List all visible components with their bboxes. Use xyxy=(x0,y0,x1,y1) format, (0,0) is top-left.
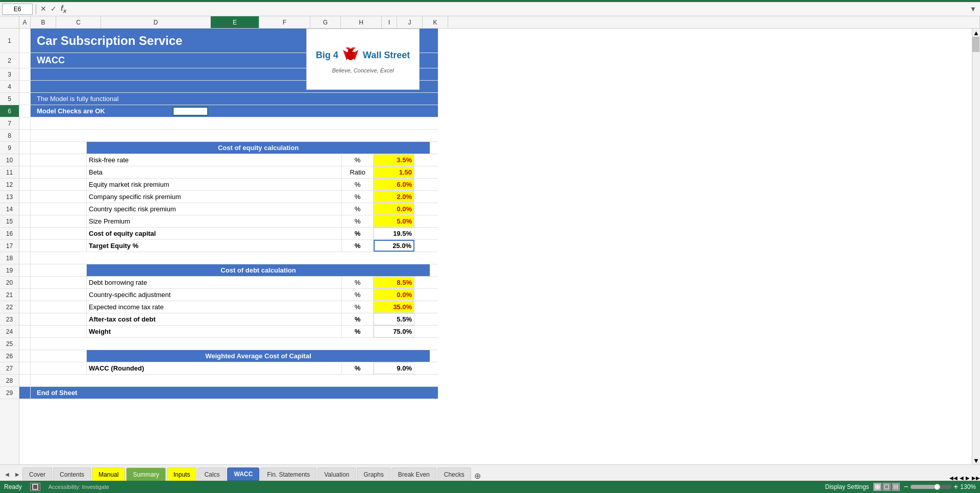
cell-a1 xyxy=(19,29,31,53)
tab-scroll-far-right[interactable]: ▶▶ xyxy=(972,475,980,481)
row-header-28[interactable]: 28 xyxy=(0,375,19,387)
cell-e6-selected[interactable] xyxy=(166,105,214,117)
scroll-thumb[interactable] xyxy=(972,37,979,52)
cell-value-row20[interactable]: 8.5% xyxy=(374,277,414,288)
row-header-5[interactable]: 5 xyxy=(0,93,19,105)
col-header-k[interactable]: K xyxy=(423,16,448,28)
tab-fin-statements[interactable]: Fin. Statements xyxy=(260,467,316,481)
col-header-j[interactable]: J xyxy=(397,16,423,28)
row-header-11[interactable]: 11 xyxy=(0,166,19,179)
scroll-track[interactable] xyxy=(972,37,980,456)
col-header-i[interactable]: I xyxy=(382,16,397,28)
cell-value-row13[interactable]: 2.0% xyxy=(374,191,414,203)
cell-a29-blue xyxy=(19,387,31,399)
col-header-c[interactable]: C xyxy=(56,16,101,28)
cell-value-row10[interactable]: 3.5% xyxy=(374,154,414,166)
tab-wacc[interactable]: WACC xyxy=(227,467,259,481)
col-header-g[interactable]: G xyxy=(310,16,341,28)
row-header-9[interactable]: 9 xyxy=(0,142,19,154)
page-layout-btn[interactable] xyxy=(883,483,891,491)
row-header-16[interactable]: 16 xyxy=(0,228,19,240)
tab-scroll-next[interactable]: ▶ xyxy=(966,475,970,481)
page-break-btn[interactable] xyxy=(892,483,900,491)
tab-summary[interactable]: Summary xyxy=(126,467,165,481)
zoom-thumb[interactable] xyxy=(934,484,940,490)
row-header-2[interactable]: 2 xyxy=(0,53,19,68)
tab-manual[interactable]: Manual xyxy=(92,467,125,481)
row-header-18[interactable]: 18 xyxy=(0,252,19,264)
row-header-3[interactable]: 3 xyxy=(0,68,19,81)
cell-extra-row14 xyxy=(414,203,438,215)
row-header-22[interactable]: 22 xyxy=(0,301,19,313)
tab-calcs[interactable]: Calcs xyxy=(198,467,226,481)
row-header-26[interactable]: 26 xyxy=(0,350,19,362)
row-header-6[interactable]: 6 xyxy=(0,105,19,117)
add-sheet-button[interactable]: ⊕ xyxy=(474,471,481,481)
tab-contents[interactable]: Contents xyxy=(53,467,91,481)
row-header-27[interactable]: 27 xyxy=(0,362,19,375)
row-header-17[interactable]: 17 xyxy=(0,240,19,252)
tab-graphs[interactable]: Graphs xyxy=(357,467,390,481)
row-header-23[interactable]: 23 xyxy=(0,313,19,326)
row-header-21[interactable]: 21 xyxy=(0,289,19,301)
page-view-icon[interactable] xyxy=(30,483,40,491)
cell-b3-blue xyxy=(31,68,306,80)
cell-a22 xyxy=(19,301,31,313)
tab-break-even[interactable]: Break Even xyxy=(391,467,436,481)
cell-value-row11[interactable]: 1.50 xyxy=(374,166,414,178)
col-header-d[interactable]: D xyxy=(101,16,211,28)
zoom-in-btn[interactable]: + xyxy=(953,482,958,491)
zoom-slider[interactable] xyxy=(911,485,951,489)
vertical-scrollbar[interactable]: ▲ ▼ xyxy=(972,29,980,464)
cell-value-row12[interactable]: 6.0% xyxy=(374,179,414,190)
zoom-out-btn[interactable]: − xyxy=(904,482,909,491)
row-header-4[interactable]: 4 xyxy=(0,81,19,93)
cell-value-row22[interactable]: 35.0% xyxy=(374,301,414,313)
col-header-b[interactable]: B xyxy=(31,16,56,28)
col-header-h[interactable]: H xyxy=(341,16,382,28)
row-header-8[interactable]: 8 xyxy=(0,130,19,142)
row-header-13[interactable]: 13 xyxy=(0,191,19,203)
normal-view-btn[interactable] xyxy=(873,483,881,491)
tab-scroll-left[interactable]: ◀ xyxy=(2,467,12,481)
row-header-29[interactable]: 29 xyxy=(0,387,19,399)
scroll-up-btn[interactable]: ▲ xyxy=(972,29,980,37)
formula-bar-collapse[interactable]: ▼ xyxy=(970,5,978,13)
tab-scroll-right[interactable]: ▶ xyxy=(12,467,22,481)
row-header-24[interactable]: 24 xyxy=(0,326,19,338)
col-header-f[interactable]: F xyxy=(259,16,310,28)
target-equity-label: Target Equity % xyxy=(89,242,138,250)
row-header-7[interactable]: 7 xyxy=(0,117,19,130)
cancel-icon[interactable]: ✕ xyxy=(39,5,47,13)
display-settings-text[interactable]: Display Settings xyxy=(825,483,869,490)
row-header-20[interactable]: 20 xyxy=(0,277,19,289)
cell-reference-box[interactable]: E6 xyxy=(2,4,33,15)
cell-value-row15[interactable]: 5.0% xyxy=(374,215,414,227)
cell-end-of-sheet: End of Sheet xyxy=(31,387,438,399)
col-header-a[interactable]: A xyxy=(19,16,31,28)
sheet-content-area[interactable]: Car Subscription Service WACC xyxy=(19,29,972,464)
scroll-down-btn[interactable]: ▼ xyxy=(972,456,980,464)
tab-inputs[interactable]: Inputs xyxy=(167,467,197,481)
row-header-19[interactable]: 19 xyxy=(0,264,19,277)
function-icon[interactable]: fx xyxy=(60,4,67,14)
cell-value-row17[interactable]: 25.0% xyxy=(374,240,414,252)
col-header-e[interactable]: E xyxy=(211,16,259,28)
row-header-14[interactable]: 14 xyxy=(0,203,19,215)
cell-value-row21[interactable]: 0.0% xyxy=(374,289,414,301)
formula-input[interactable] xyxy=(69,4,968,15)
tab-scroll-far-left[interactable]: ◀◀ xyxy=(949,475,958,481)
row-header-12[interactable]: 12 xyxy=(0,179,19,191)
tab-cover[interactable]: Cover xyxy=(22,467,52,481)
selected-cell-input[interactable] xyxy=(173,107,208,116)
tab-scroll-prev[interactable]: ◀ xyxy=(960,475,964,481)
row-header-15[interactable]: 15 xyxy=(0,215,19,228)
tab-checks[interactable]: Checks xyxy=(437,467,471,481)
row-header-10[interactable]: 10 xyxy=(0,154,19,166)
cell-b1-merged-title: Car Subscription Service xyxy=(31,29,327,53)
row-header-1[interactable]: 1 xyxy=(0,29,19,53)
cell-value-row14[interactable]: 0.0% xyxy=(374,203,414,215)
row-header-25[interactable]: 25 xyxy=(0,338,19,350)
tab-valuation[interactable]: Valuation xyxy=(317,467,356,481)
confirm-icon[interactable]: ✓ xyxy=(50,5,58,13)
